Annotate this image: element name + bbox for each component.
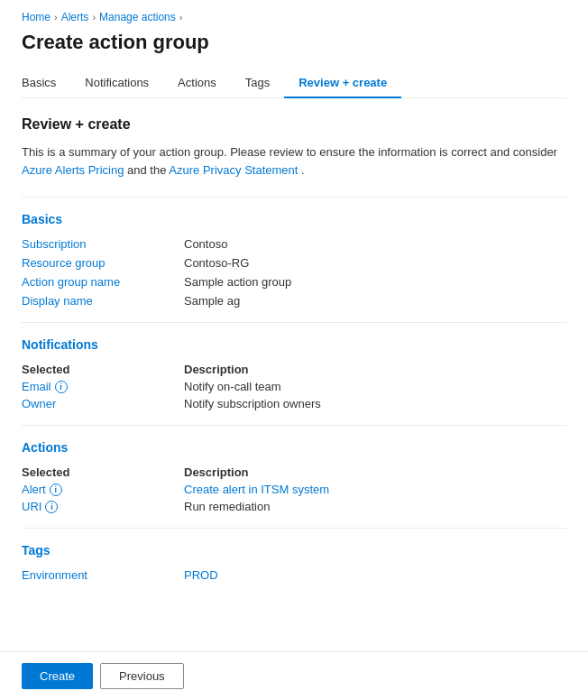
divider-1 xyxy=(22,197,566,198)
summary-text-pre: This is a summary of your action group. … xyxy=(22,145,557,159)
summary-text-mid: and the xyxy=(127,163,169,177)
basics-resource-group-label: Resource group xyxy=(22,256,184,270)
create-button[interactable]: Create xyxy=(22,663,93,689)
notifications-row-0: Email i Notify on-call team xyxy=(22,380,566,393)
basics-action-group-name-label: Action group name xyxy=(22,275,184,289)
basics-subscription-label: Subscription xyxy=(22,237,184,251)
email-info-icon[interactable]: i xyxy=(55,381,68,393)
actions-alert-cell: Alert i xyxy=(22,483,184,496)
tags-row-0: Environment PROD xyxy=(22,568,566,582)
tab-basics[interactable]: Basics xyxy=(22,69,70,98)
actions-uri-desc: Run remediation xyxy=(184,500,270,513)
tags-environment-label: Environment xyxy=(22,568,184,582)
tab-notifications[interactable]: Notifications xyxy=(70,69,163,98)
tab-tags[interactable]: Tags xyxy=(231,69,284,98)
notifications-table-header: Selected Description xyxy=(22,363,566,376)
tags-section: Tags Environment PROD xyxy=(22,543,566,582)
actions-section-title: Actions xyxy=(22,440,566,455)
notifications-section-title: Notifications xyxy=(22,337,566,352)
azure-alerts-pricing-link[interactable]: Azure Alerts Pricing xyxy=(22,163,124,177)
actions-alert-desc: Create alert in ITSM system xyxy=(184,483,329,496)
breadcrumb-sep3: › xyxy=(179,12,183,23)
tab-actions[interactable]: Actions xyxy=(163,69,231,98)
notifications-col-selected: Selected xyxy=(22,363,184,376)
actions-row-1: URI i Run remediation xyxy=(22,500,566,513)
footer: Create Previous xyxy=(0,651,588,700)
basics-subscription-value: Contoso xyxy=(184,237,227,251)
basics-resource-group-value: Contoso-RG xyxy=(184,256,249,270)
tab-review-create[interactable]: Review + create xyxy=(284,69,401,98)
actions-col-selected: Selected xyxy=(22,465,184,479)
review-section-title: Review + create xyxy=(22,116,566,133)
tabs-container: Basics Notifications Actions Tags Review… xyxy=(22,69,566,98)
azure-privacy-link[interactable]: Azure Privacy Statement xyxy=(169,163,298,177)
notifications-row-1: Owner Notify subscription owners xyxy=(22,397,566,410)
basics-display-name-value: Sample ag xyxy=(184,294,240,308)
previous-button[interactable]: Previous xyxy=(100,663,184,689)
breadcrumb: Home › Alerts › Manage actions › xyxy=(22,11,566,23)
basics-resource-group-row: Resource group Contoso-RG xyxy=(22,256,566,270)
divider-3 xyxy=(22,425,566,426)
divider-4 xyxy=(22,528,566,529)
tags-environment-value: PROD xyxy=(184,568,218,582)
actions-section: Actions Selected Description Alert i Cre… xyxy=(22,440,566,513)
summary-text: This is a summary of your action group. … xyxy=(22,143,566,179)
notifications-owner-label: Owner xyxy=(22,397,56,410)
notifications-col-description: Description xyxy=(184,363,249,376)
breadcrumb-home[interactable]: Home xyxy=(22,11,51,23)
notifications-owner-cell: Owner xyxy=(22,397,184,410)
notifications-section: Notifications Selected Description Email… xyxy=(22,337,566,410)
breadcrumb-alerts[interactable]: Alerts xyxy=(61,11,89,23)
tags-section-title: Tags xyxy=(22,543,566,557)
divider-2 xyxy=(22,322,566,323)
actions-alert-label: Alert xyxy=(22,483,46,496)
basics-section-title: Basics xyxy=(22,212,566,226)
notifications-email-label: Email xyxy=(22,380,51,393)
alert-info-icon[interactable]: i xyxy=(50,484,62,496)
summary-text-post: . xyxy=(301,163,305,177)
actions-uri-label: URI xyxy=(22,500,41,513)
basics-subscription-row: Subscription Contoso xyxy=(22,237,566,251)
basics-section: Basics Subscription Contoso Resource gro… xyxy=(22,212,566,308)
breadcrumb-sep1: › xyxy=(54,12,58,23)
basics-display-name-row: Display name Sample ag xyxy=(22,294,566,308)
actions-col-description: Description xyxy=(184,465,249,479)
actions-table-header: Selected Description xyxy=(22,465,566,479)
notifications-email-cell: Email i xyxy=(22,380,184,393)
page-title: Create action group xyxy=(22,31,566,54)
notifications-email-desc: Notify on-call team xyxy=(184,380,281,393)
actions-uri-cell: URI i xyxy=(22,500,184,513)
actions-row-0: Alert i Create alert in ITSM system xyxy=(22,483,566,496)
breadcrumb-manage-actions[interactable]: Manage actions xyxy=(99,11,176,23)
basics-display-name-label: Display name xyxy=(22,294,184,308)
basics-action-group-name-value: Sample action group xyxy=(184,275,291,289)
breadcrumb-sep2: › xyxy=(92,12,96,23)
uri-info-icon[interactable]: i xyxy=(45,501,58,513)
notifications-owner-desc: Notify subscription owners xyxy=(184,397,321,410)
basics-action-group-name-row: Action group name Sample action group xyxy=(22,275,566,289)
